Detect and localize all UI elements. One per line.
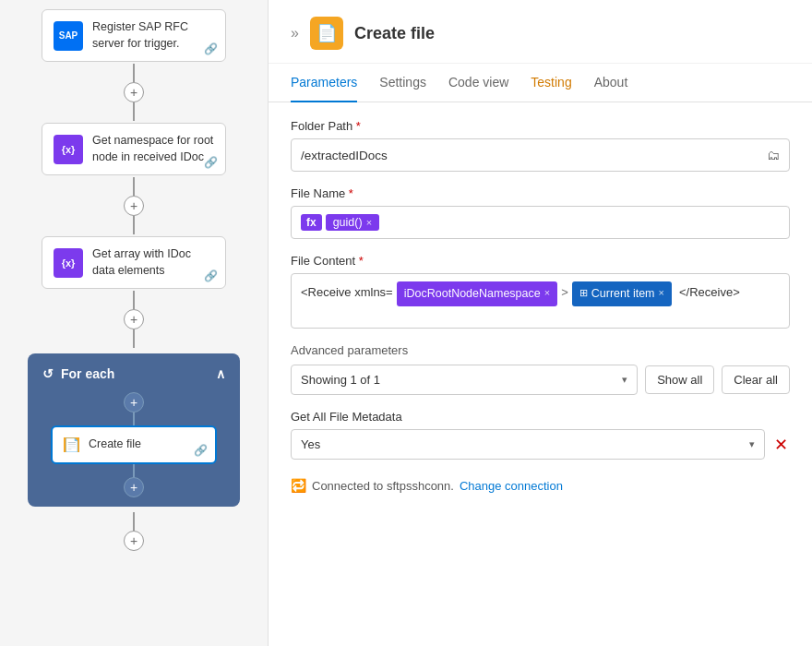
panel-header: » 📄 Create file	[269, 0, 812, 64]
folder-path-value: /extractedIDocs	[301, 149, 388, 162]
gold-icon: 📄	[64, 437, 79, 452]
tab-testing[interactable]: Testing	[531, 64, 571, 102]
folder-path-group: Folder Path * /extractedIDocs 🗂	[291, 119, 790, 172]
foreach-container: ↺ For each ∧ + 📄 Create file 🔗 +	[28, 353, 240, 507]
tabs-bar: Parameters Settings Code view Testing Ab…	[269, 64, 812, 102]
metadata-label: Get All File Metadata	[291, 410, 790, 424]
create-file-label: Create file	[89, 437, 141, 453]
foreach-collapse-btn[interactable]: ∧	[216, 366, 225, 381]
file-name-input[interactable]: fx guid() ×	[291, 206, 790, 239]
create-file-node[interactable]: 📄 Create file 🔗	[51, 425, 217, 464]
line-1b	[133, 102, 135, 121]
foreach-header[interactable]: ↺ For each ∧	[37, 363, 231, 385]
plus-btn-3[interactable]: +	[124, 309, 144, 329]
tab-parameters[interactable]: Parameters	[291, 64, 357, 102]
connector-4: +	[124, 512, 144, 551]
file-content-label: File Content *	[291, 254, 790, 268]
foreach-label: For each	[61, 366, 114, 381]
clear-all-button[interactable]: Clear all	[722, 365, 790, 394]
plus-btn-inner-2[interactable]: +	[124, 477, 144, 497]
foreach-icon: ↺	[42, 366, 54, 381]
connection-info: 🔁 Connected to sftpsshconn. Change conne…	[291, 478, 790, 493]
current-item-pill[interactable]: ⊞ Current item ×	[572, 281, 672, 306]
chevron-down-icon: ▾	[622, 374, 627, 386]
purple-icon-1: {x}	[54, 135, 83, 164]
namespace-pill-close[interactable]: ×	[544, 284, 550, 303]
show-all-button[interactable]: Show all	[645, 365, 714, 394]
right-panel: » 📄 Create file Parameters Settings Code…	[268, 0, 812, 646]
arrow-gt: >	[561, 281, 568, 303]
inner-line-1	[133, 413, 135, 425]
guid-pill-close[interactable]: ×	[366, 217, 372, 228]
foreach-header-left: ↺ For each	[42, 366, 114, 381]
chevron-right-icon[interactable]: »	[291, 25, 299, 42]
metadata-field: Get All File Metadata Yes ▾ ✕	[291, 410, 790, 460]
change-connection-link[interactable]: Change connection	[460, 479, 563, 493]
purple-icon-2: {x}	[54, 248, 83, 278]
plus-btn-inner-1[interactable]: +	[124, 392, 144, 413]
line-1	[133, 64, 135, 82]
file-content-group: File Content * <Receive xmlns= iDocRootN…	[291, 254, 790, 329]
left-panel: SAP Register SAP RFC server for trigger.…	[0, 0, 268, 646]
panel-title-icon: 📄	[310, 17, 343, 50]
file-picker-icon[interactable]: 🗂	[767, 148, 780, 162]
plus-btn-1[interactable]: +	[124, 82, 144, 102]
tab-about[interactable]: About	[594, 64, 628, 102]
plus-btn-2[interactable]: +	[124, 196, 144, 216]
line-3	[133, 291, 135, 309]
metadata-dropdown[interactable]: Yes ▾	[291, 429, 765, 460]
namespace-pill[interactable]: iDocRootNodeNamespace ×	[397, 281, 557, 306]
connector-2: +	[124, 177, 144, 234]
delete-metadata-button[interactable]: ✕	[772, 433, 790, 457]
sap-icon: SAP	[54, 21, 83, 51]
foreach-inner: + 📄 Create file 🔗 +	[37, 392, 231, 497]
connection-text: Connected to sftpsshconn.	[312, 479, 454, 493]
panel-body: Folder Path * /extractedIDocs 🗂 File Nam…	[269, 102, 812, 509]
advanced-controls: Showing 1 of 1 ▾ Show all Clear all	[291, 365, 790, 395]
folder-path-required: *	[352, 119, 361, 133]
metadata-value: Yes	[301, 437, 320, 451]
connection-icon: 🔁	[291, 478, 306, 493]
panel-title: Create file	[354, 24, 435, 43]
line-2b	[133, 216, 135, 234]
link-icon-3: 🔗	[204, 269, 218, 282]
advanced-dropdown[interactable]: Showing 1 of 1 ▾	[291, 365, 638, 395]
file-content-input[interactable]: <Receive xmlns= iDocRootNodeNamespace × …	[291, 273, 790, 329]
advanced-params-label: Advanced parameters	[291, 343, 790, 357]
namespace-node[interactable]: {x} Get namespace for root node in recei…	[42, 123, 226, 175]
connector-1: +	[124, 64, 144, 121]
sap-node[interactable]: SAP Register SAP RFC server for trigger.…	[42, 9, 226, 62]
array-node-label: Get array with IDoc data elements	[92, 246, 214, 279]
folder-path-input[interactable]: /extractedIDocs 🗂	[291, 138, 790, 172]
folder-path-label: Folder Path *	[291, 119, 790, 133]
link-icon: 🔗	[204, 42, 218, 55]
file-name-label: File Name *	[291, 186, 790, 200]
current-item-pill-close[interactable]: ×	[659, 284, 664, 303]
metadata-chevron-icon: ▾	[749, 438, 755, 450]
content-prefix: <Receive xmlns=	[301, 281, 393, 303]
file-name-group: File Name * fx guid() ×	[291, 186, 790, 239]
line-2	[133, 177, 135, 196]
plus-btn-4[interactable]: +	[124, 531, 144, 551]
connector-3: +	[124, 291, 144, 348]
advanced-params-section: Advanced parameters Showing 1 of 1 ▾ Sho…	[291, 343, 790, 395]
link-icon-4: 🔗	[194, 444, 208, 457]
guid-pill[interactable]: guid() ×	[326, 214, 379, 231]
array-node[interactable]: {x} Get array with IDoc data elements 🔗	[42, 236, 226, 289]
fx-icon: fx	[301, 214, 322, 231]
content-suffix: </Receive>	[679, 281, 740, 303]
showing-text: Showing 1 of 1	[301, 373, 380, 387]
namespace-node-label: Get namespace for root node in received …	[92, 133, 214, 165]
line-4	[133, 512, 135, 531]
current-item-icon: ⊞	[579, 284, 588, 303]
inner-line-2	[133, 464, 135, 477]
tab-codeview[interactable]: Code view	[448, 64, 508, 102]
line-3b	[133, 329, 135, 348]
metadata-row: Yes ▾ ✕	[291, 429, 790, 460]
link-icon-2: 🔗	[204, 156, 218, 169]
tab-settings[interactable]: Settings	[379, 64, 426, 102]
sap-node-label: Register SAP RFC server for trigger.	[92, 19, 214, 52]
